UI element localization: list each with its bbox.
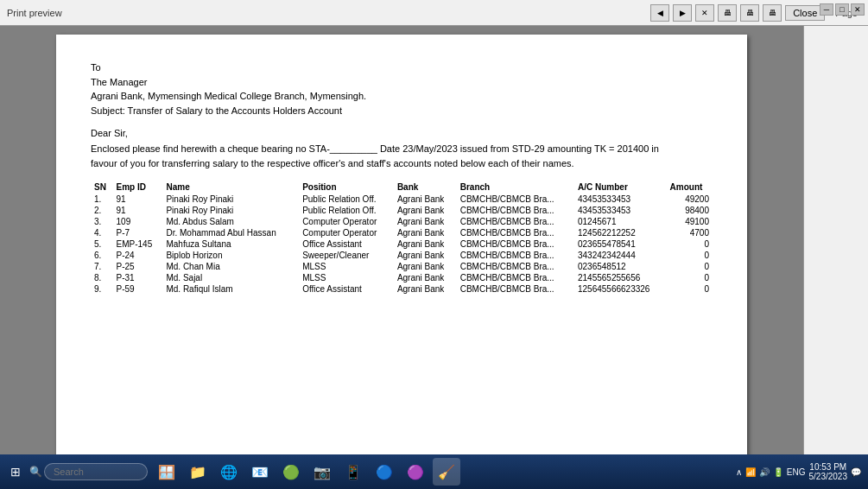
cell-acNumber: 124562212252 [574,227,667,238]
cell-amount: 98400 [667,205,713,216]
cell-name: Pinaki Roy Pinaki [162,194,299,205]
toolbar-btn-2[interactable]: ▶ [673,4,692,22]
toolbar-btn-3[interactable]: ✕ [695,4,714,22]
cell-position: Public Relation Off. [299,194,394,205]
title-bar: Print preview ◀ ▶ ✕ 🖶 🖶 🖶 Close Page ─ □… [0,0,868,26]
tray-volume: 🔊 [759,467,770,477]
taskbar-icon-3[interactable]: 🌐 [215,458,243,486]
cell-amount: 0 [667,272,713,283]
cell-name: Md. Rafiqul Islam [162,283,299,295]
dear-line: Dear Sir, [91,126,713,142]
body-line2: favour of you for transferring salary to… [91,156,713,172]
cell-amount: 0 [667,238,713,250]
taskbar-icon-1[interactable]: 🪟 [153,458,181,486]
cell-acNumber: 01245671 [574,216,667,227]
cell-name: Pinaki Roy Pinaki [162,205,299,216]
taskbar-icon-4[interactable]: 📧 [246,458,274,486]
cell-branch: CBMCHB/CBMCB Bra... [457,216,574,227]
tray-date-display: 5/23/2023 [809,472,848,481]
main-area: To The Manager Agrani Bank, Mymensingh M… [0,26,868,489]
close-window-button[interactable]: ✕ [851,3,865,16]
tray-notification[interactable]: 💬 [851,467,861,477]
cell-position: Sweeper/Cleaner [299,250,394,261]
cell-branch: CBMCHB/CBMCB Bra... [457,272,574,283]
toolbar-btn-4[interactable]: 🖶 [718,4,737,22]
cell-position: Public Relation Off. [299,205,394,216]
body-line1: Enclosed please find herewith a cheque b… [91,142,713,157]
col-empid: Emp ID [113,181,163,194]
cell-sn: 8. [91,272,113,283]
taskbar-icon-5[interactable]: 🟢 [277,458,305,486]
cell-name: Md. Sajal [162,272,299,283]
to-line: To [91,60,713,75]
salary-table: SN Emp ID Name Position Bank Branch A/C … [91,181,713,295]
cell-branch: CBMCHB/CBMCB Bra... [457,283,574,295]
minimize-button[interactable]: ─ [820,3,833,16]
tray-lang: ENG [787,467,806,477]
cell-empId: P-24 [113,250,163,261]
cell-name: Biplob Horizon [162,250,299,261]
bank-line: Agrani Bank, Mymensingh Medical College … [91,89,713,104]
cell-branch: CBMCHB/CBMCB Bra... [457,205,574,216]
toolbar-btn-6[interactable]: 🖶 [763,4,782,22]
table-row: 5.EMP-145Mahfuza SultanaOffice Assistant… [91,238,713,250]
taskbar-icon-9[interactable]: 🟣 [402,458,429,486]
cell-bank: Agrani Bank [394,250,457,261]
table-row: 4.P-7Dr. Mohammad Abul HassanComputer Op… [91,227,713,238]
table-row: 9.P-59Md. Rafiqul IslamOffice AssistantA… [91,283,713,295]
cell-branch: CBMCHB/CBMCB Bra... [457,261,574,272]
cell-name: Mahfuza Sultana [162,238,299,250]
cell-sn: 5. [91,238,113,250]
start-button[interactable]: ⊞ [3,461,28,482]
right-panel [803,26,868,489]
col-branch: Branch [457,181,574,194]
cell-position: MLSS [299,261,394,272]
cell-empId: EMP-145 [113,238,163,250]
toolbar-btn-1[interactable]: ◀ [650,4,669,22]
taskbar-icon-6[interactable]: 📷 [308,458,336,486]
col-amount: Amount [667,181,713,194]
page-content: To The Manager Agrani Bank, Mymensingh M… [56,35,747,467]
preview-area: To The Manager Agrani Bank, Mymensingh M… [0,26,803,489]
cell-bank: Agrani Bank [394,272,457,283]
window-title: Print preview [7,8,647,18]
cell-amount: 0 [667,283,713,295]
cell-position: Office Assistant [299,238,394,250]
cell-acNumber: 43453533453 [574,205,667,216]
cell-bank: Agrani Bank [394,227,457,238]
tray-arrow[interactable]: ∧ [736,467,742,477]
table-row: 7.P-25Md. Chan MiaMLSSAgrani BankCBMCHB/… [91,261,713,272]
taskbar-icon-2[interactable]: 📁 [184,458,212,486]
cell-bank: Agrani Bank [394,283,457,295]
cell-name: Dr. Mohammad Abul Hassan [162,227,299,238]
cell-sn: 1. [91,194,113,205]
col-position: Position [299,181,394,194]
cell-empId: 91 [113,205,163,216]
taskbar-icon-8[interactable]: 🔵 [371,458,398,486]
maximize-button[interactable]: □ [835,3,849,16]
search-input[interactable] [44,463,148,480]
col-ac: A/C Number [574,181,667,194]
cell-empId: P-25 [113,261,163,272]
cell-sn: 4. [91,227,113,238]
taskbar-icon-7[interactable]: 📱 [339,458,367,486]
letter-header: To The Manager Agrani Bank, Mymensingh M… [91,60,713,117]
toolbar: ◀ ▶ ✕ 🖶 🖶 🖶 Close [650,4,825,22]
cell-sn: 7. [91,261,113,272]
taskbar-icon-active[interactable]: 🧹 [433,458,460,486]
toolbar-btn-5[interactable]: 🖶 [740,4,759,22]
table-row: 6.P-24Biplob HorizonSweeper/CleanerAgran… [91,250,713,261]
cell-sn: 2. [91,205,113,216]
subject-line: Subject: Transfer of Salary to the Accou… [91,104,713,118]
manager-line: The Manager [91,75,713,90]
tray-battery: 🔋 [773,467,783,477]
taskbar: ⊞ 🔍 🪟 📁 🌐 📧 🟢 📷 📱 🔵 🟣 🧹 ∧ 📶 🔊 🔋 ENG 10:5… [0,454,868,489]
table-row: 8.P-31Md. SajalMLSSAgrani BankCBMCHB/CBM… [91,272,713,283]
col-bank: Bank [394,181,457,194]
cell-position: Office Assistant [299,283,394,295]
cell-empId: 91 [113,194,163,205]
cell-name: Md. Chan Mia [162,261,299,272]
cell-acNumber: 343242342444 [574,250,667,261]
cell-amount: 4700 [667,227,713,238]
table-row: 2.91Pinaki Roy PinakiPublic Relation Off… [91,205,713,216]
